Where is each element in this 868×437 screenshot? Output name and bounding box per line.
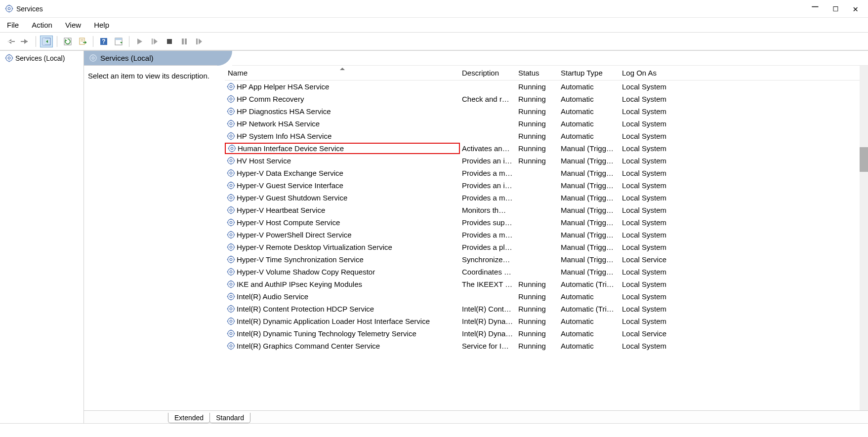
svg-rect-20 [182, 39, 184, 44]
service-name-cell[interactable]: Hyper-V Guest Shutdown Service [225, 193, 460, 202]
table-row[interactable]: Intel(R) Dynamic Application Loader Host… [225, 315, 868, 327]
table-row[interactable]: Intel(R) Content Protection HDCP Service… [225, 303, 868, 315]
service-name-cell[interactable]: Human Interface Device Service [225, 143, 460, 154]
service-name-cell[interactable]: HP Diagnostics HSA Service [225, 107, 460, 116]
service-description-cell: Provides sup… [460, 218, 516, 227]
service-name-cell[interactable]: Hyper-V Host Compute Service [225, 218, 460, 227]
service-name-cell[interactable]: Intel(R) Dynamic Tuning Technology Telem… [225, 329, 460, 338]
table-row[interactable]: IKE and AuthIP IPsec Keying ModulesThe I… [225, 278, 868, 290]
service-description-cell: Provides an i… [460, 181, 516, 190]
start-service-button[interactable] [133, 36, 146, 47]
table-row[interactable]: Hyper-V Guest Service InterfaceProvides … [225, 179, 868, 192]
service-gear-icon [227, 280, 235, 288]
nav-back-button[interactable] [4, 36, 17, 47]
table-row[interactable]: Hyper-V Volume Shadow Copy RequestorCoor… [225, 266, 868, 278]
restart-service-button[interactable] [193, 36, 206, 47]
description-panel: Select an item to view its description. [84, 66, 225, 410]
vertical-scrollbar[interactable] [860, 66, 868, 410]
service-name-cell[interactable]: Intel(R) Graphics Command Center Service [225, 341, 460, 351]
service-logon-cell: Local System [620, 218, 694, 227]
menu-view[interactable]: View [65, 21, 81, 29]
service-status-cell: Running [516, 144, 559, 153]
menu-help[interactable]: Help [94, 21, 109, 29]
table-row[interactable]: Hyper-V Remote Desktop Virtualization Se… [225, 241, 868, 253]
resume-service-button[interactable] [148, 36, 161, 47]
service-name-cell[interactable]: Hyper-V Time Synchronization Service [225, 255, 460, 264]
table-row[interactable]: Hyper-V Time Synchronization ServiceSync… [225, 253, 868, 266]
service-gear-icon [227, 268, 235, 276]
refresh-button[interactable] [61, 36, 74, 47]
table-row[interactable]: Hyper-V Heartbeat ServiceMonitors th…Man… [225, 204, 868, 216]
service-name-cell[interactable]: HP Network HSA Service [225, 119, 460, 128]
column-description[interactable]: Description [460, 66, 516, 80]
close-button[interactable]: ✕ [853, 3, 858, 14]
minimize-button[interactable]: — [812, 3, 818, 14]
service-name-cell[interactable]: Intel(R) Dynamic Application Loader Host… [225, 317, 460, 326]
service-name-cell[interactable]: Hyper-V Guest Service Interface [225, 181, 460, 190]
scroll-thumb[interactable] [860, 147, 868, 172]
service-name-cell[interactable]: HP App Helper HSA Service [225, 82, 460, 91]
service-status-cell: Running [516, 82, 559, 91]
nav-forward-button[interactable] [19, 36, 32, 47]
table-row[interactable]: Intel(R) Graphics Command Center Service… [225, 340, 868, 352]
menu-action[interactable]: Action [32, 21, 52, 29]
table-row[interactable]: Human Interface Device ServiceActivates … [225, 142, 868, 155]
column-startup[interactable]: Startup Type [559, 66, 620, 80]
service-logon-cell: Local Service [620, 255, 694, 264]
show-hide-tree-button[interactable] [40, 36, 53, 47]
service-name-label: HP App Helper HSA Service [237, 82, 329, 91]
service-startup-cell: Manual (Trigg… [559, 218, 620, 227]
service-name-label: HP Network HSA Service [237, 119, 320, 128]
column-status[interactable]: Status [516, 66, 559, 80]
table-row[interactable]: Intel(R) Audio ServiceRunningAutomaticLo… [225, 290, 868, 303]
service-gear-icon [227, 329, 235, 338]
service-name-cell[interactable]: IKE and AuthIP IPsec Keying Modules [225, 279, 460, 289]
service-name-cell[interactable]: Hyper-V Remote Desktop Virtualization Se… [225, 242, 460, 252]
tab-standard[interactable]: Standard [209, 413, 250, 423]
service-name-cell[interactable]: Intel(R) Content Protection HDCP Service [225, 304, 460, 314]
table-row[interactable]: Hyper-V PowerShell Direct ServiceProvide… [225, 229, 868, 241]
service-description-cell: Provides an i… [460, 156, 516, 165]
table-row[interactable]: HP Comm RecoveryCheck and r…RunningAutom… [225, 93, 868, 105]
service-gear-icon [227, 231, 235, 239]
table-row[interactable]: Intel(R) Dynamic Tuning Technology Telem… [225, 327, 868, 340]
service-status-cell [516, 173, 559, 174]
table-row[interactable]: Hyper-V Guest Shutdown ServiceProvides a… [225, 192, 868, 204]
menu-file[interactable]: File [7, 21, 19, 29]
service-gear-icon [227, 342, 235, 350]
column-logon[interactable]: Log On As [620, 66, 694, 80]
table-row[interactable]: HP Diagnostics HSA ServiceRunningAutomat… [225, 105, 868, 118]
stop-service-button[interactable] [163, 36, 176, 47]
service-name-cell[interactable]: Hyper-V Data Exchange Service [225, 168, 460, 178]
service-name-cell[interactable]: HP System Info HSA Service [225, 131, 460, 141]
service-name-label: HP System Info HSA Service [237, 132, 331, 140]
service-name-cell[interactable]: Hyper-V Heartbeat Service [225, 205, 460, 215]
table-row[interactable]: HV Host ServiceProvides an i…RunningManu… [225, 155, 868, 167]
service-name-cell[interactable]: Hyper-V Volume Shadow Copy Requestor [225, 267, 460, 277]
service-description-cell: Intel(R) Dyna… [460, 317, 516, 326]
pause-service-button[interactable] [178, 36, 191, 47]
service-startup-cell: Manual (Trigg… [559, 156, 620, 165]
service-name-label: HV Host Service [237, 157, 291, 165]
service-name-cell[interactable]: Intel(R) Audio Service [225, 292, 460, 301]
properties-button[interactable] [112, 36, 125, 47]
table-body: HP App Helper HSA ServiceRunningAutomati… [225, 80, 868, 410]
maximize-button[interactable]: □ [833, 3, 838, 14]
service-name-cell[interactable]: HV Host Service [225, 156, 460, 165]
table-row[interactable]: HP System Info HSA ServiceRunningAutomat… [225, 130, 868, 142]
table-row[interactable]: HP Network HSA ServiceRunningAutomaticLo… [225, 118, 868, 130]
service-name-cell[interactable]: HP Comm Recovery [225, 94, 460, 104]
service-gear-icon [227, 194, 235, 202]
tab-extended[interactable]: Extended [168, 413, 210, 423]
help-button[interactable]: ? [97, 36, 110, 47]
service-gear-icon [227, 317, 235, 325]
table-row[interactable]: Hyper-V Data Exchange ServiceProvides a … [225, 167, 868, 179]
service-name-cell[interactable]: Hyper-V PowerShell Direct Service [225, 230, 460, 239]
service-status-cell [516, 185, 559, 186]
table-row[interactable]: HP App Helper HSA ServiceRunningAutomati… [225, 80, 868, 93]
export-list-button[interactable] [76, 36, 89, 47]
tree-root-services-local[interactable]: Services (Local) [3, 53, 81, 63]
table-row[interactable]: Hyper-V Host Compute ServiceProvides sup… [225, 216, 868, 229]
service-description-cell [460, 136, 516, 137]
column-name[interactable]: Name [225, 66, 460, 80]
